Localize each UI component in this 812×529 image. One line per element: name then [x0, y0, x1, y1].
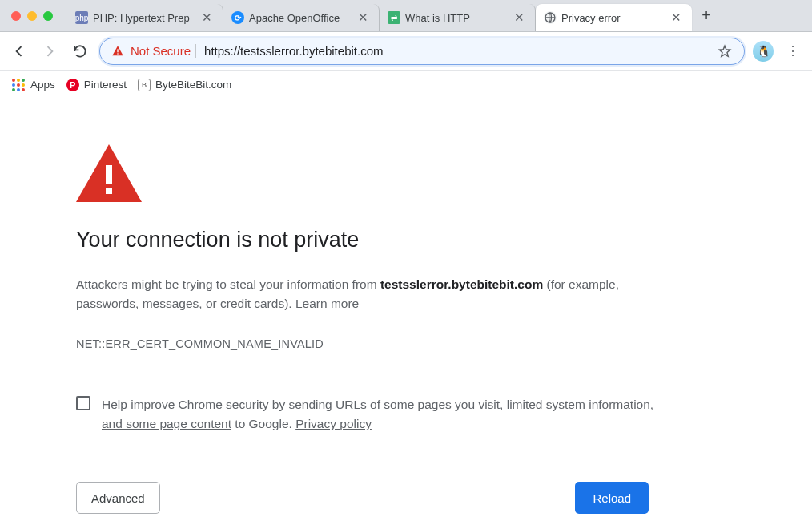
- bookmark-bytebitebit[interactable]: B ByteBiteBit.com: [138, 79, 231, 91]
- close-icon[interactable]: ✕: [356, 10, 371, 25]
- tab-title: What is HTTP: [405, 12, 512, 24]
- learn-more-link[interactable]: Learn more: [295, 297, 359, 310]
- tabstrip: php PHP: Hypertext Prep ✕ ⟳ Apache OpenO…: [0, 0, 812, 32]
- svg-point-8: [22, 83, 25, 87]
- window-close-traffic[interactable]: [11, 11, 21, 21]
- apps-grid-icon: [11, 78, 26, 92]
- bookmark-label: ByteBiteBit.com: [155, 79, 231, 91]
- apps-shortcut[interactable]: Apps: [11, 78, 55, 92]
- new-tab-button[interactable]: +: [695, 5, 718, 27]
- optin-checkbox[interactable]: [76, 396, 90, 410]
- overflow-menu-button[interactable]: ⋮: [782, 40, 804, 63]
- close-icon[interactable]: ✕: [199, 10, 215, 25]
- svg-rect-13: [106, 188, 112, 194]
- warning-triangle-icon: [76, 144, 665, 202]
- security-label: Not Secure: [124, 44, 196, 58]
- interstitial-content: Your connection is not private Attackers…: [0, 99, 665, 514]
- reload-page-button[interactable]: Reload: [575, 482, 649, 514]
- favicon-openoffice-icon: ⟳: [231, 11, 244, 24]
- svg-point-11: [22, 88, 25, 91]
- bookmark-star-icon[interactable]: [714, 40, 736, 63]
- tab-apache-openoffice[interactable]: ⟳ Apache OpenOffice ✕: [223, 4, 380, 31]
- tab-what-is-http[interactable]: ⇄ What is HTTP ✕: [380, 4, 536, 31]
- omnibox[interactable]: Not Secure: [99, 38, 745, 65]
- advanced-button[interactable]: Advanced: [76, 482, 160, 514]
- close-icon[interactable]: ✕: [669, 10, 684, 25]
- error-code: NET::ERR_CERT_COMMON_NAME_INVALID: [76, 337, 665, 350]
- bytebitebit-icon: B: [138, 79, 151, 91]
- optin-mid: to Google.: [231, 417, 295, 430]
- back-button[interactable]: [8, 40, 30, 63]
- svg-point-3: [12, 79, 15, 82]
- window-minimize-traffic[interactable]: [27, 11, 37, 21]
- tab-title: PHP: Hypertext Prep: [93, 12, 199, 24]
- optin-row: Help improve Chrome security by sending …: [76, 395, 665, 434]
- tab-title: Privacy error: [561, 12, 669, 24]
- window-zoom-traffic[interactable]: [43, 11, 53, 21]
- forward-button[interactable]: [38, 40, 61, 63]
- error-body: Attackers might be trying to steal your …: [76, 275, 665, 313]
- profile-avatar[interactable]: 🐧: [753, 41, 774, 62]
- svg-rect-2: [117, 53, 118, 54]
- svg-point-10: [17, 88, 20, 91]
- not-secure-warning-icon: [111, 45, 124, 58]
- action-row: Advanced Reload: [76, 482, 665, 514]
- svg-point-5: [22, 79, 25, 82]
- favicon-php-icon: php: [75, 11, 88, 24]
- globe-icon: [544, 11, 557, 24]
- traffic-lights: [11, 11, 53, 21]
- bookmark-label: Pinterest: [84, 79, 127, 91]
- svg-point-9: [12, 88, 15, 91]
- error-body-prefix: Attackers might be trying to steal your …: [76, 277, 380, 291]
- tab-title: Apache OpenOffice: [249, 12, 356, 24]
- bookmark-pinterest[interactable]: P Pinterest: [66, 79, 127, 91]
- error-heading: Your connection is not private: [76, 228, 665, 252]
- favicon-http-icon: ⇄: [388, 11, 400, 24]
- svg-point-7: [17, 83, 20, 87]
- close-icon[interactable]: ✕: [512, 10, 527, 25]
- privacy-policy-link[interactable]: Privacy policy: [295, 417, 372, 430]
- optin-pre: Help improve Chrome security by sending: [102, 398, 336, 411]
- bookmarks-bar: Apps P Pinterest B ByteBiteBit.com: [0, 71, 812, 99]
- pinterest-icon: P: [66, 79, 79, 91]
- svg-rect-1: [117, 49, 118, 52]
- svg-point-6: [12, 83, 15, 87]
- svg-point-4: [17, 79, 20, 82]
- nav-toolbar: Not Secure 🐧 ⋮: [0, 32, 812, 71]
- tab-php[interactable]: php PHP: Hypertext Prep ✕: [67, 4, 223, 31]
- url-input[interactable]: [196, 44, 714, 58]
- tab-privacy-error[interactable]: Privacy error ✕: [536, 4, 692, 31]
- error-host: testsslerror.bytebitebit.com: [380, 277, 543, 291]
- svg-rect-12: [106, 165, 112, 184]
- optin-text: Help improve Chrome security by sending …: [102, 395, 665, 434]
- bookmark-label: Apps: [30, 79, 55, 91]
- reload-button[interactable]: [69, 40, 91, 63]
